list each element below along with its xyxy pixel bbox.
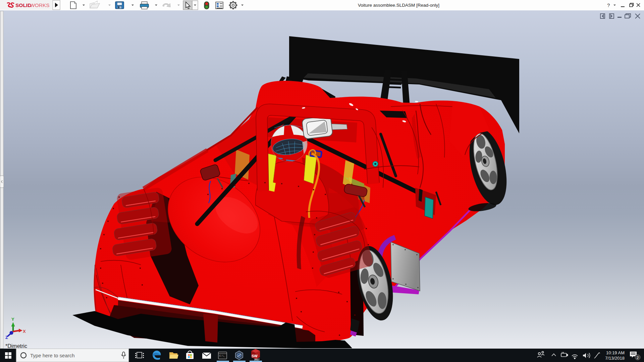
svg-text:SOLID: SOLID: [15, 2, 31, 8]
svg-text:Voiture assomblee.SLDASM [Read: Voiture assomblee.SLDASM [Read-only]: [358, 3, 439, 8]
svg-text:?: ?: [607, 2, 610, 8]
svg-text:X: X: [23, 329, 26, 334]
svg-text:2017: 2017: [254, 358, 260, 361]
svg-text:C:\_: C:\_: [219, 355, 225, 357]
svg-text:WORKS: WORKS: [30, 2, 50, 8]
svg-text:SW: SW: [252, 354, 258, 358]
svg-text:Y: Y: [11, 317, 14, 322]
svg-text:Z: Z: [5, 335, 8, 340]
svg-text:Type here to search: Type here to search: [30, 353, 75, 358]
svg-text:2: 2: [637, 356, 639, 360]
svg-text:*Dimetric: *Dimetric: [5, 343, 27, 349]
svg-text:10:19 AM: 10:19 AM: [606, 350, 625, 355]
svg-text:7/13/2018: 7/13/2018: [605, 356, 625, 361]
